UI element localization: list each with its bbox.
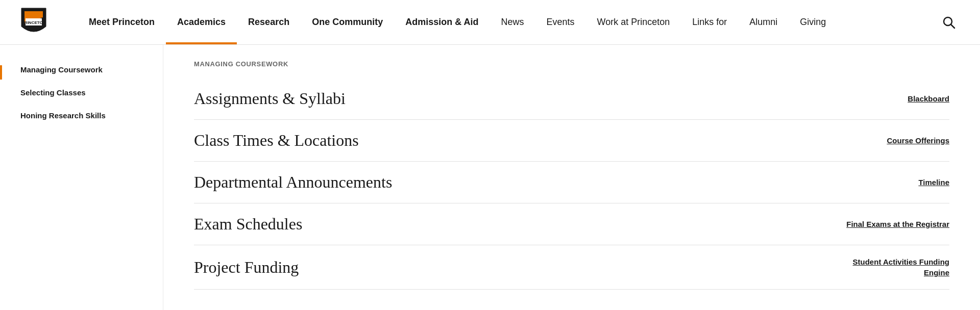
sidebar: Managing Coursework Selecting Classes Ho… xyxy=(0,45,163,310)
nav-item-giving[interactable]: Giving xyxy=(789,0,837,44)
final-exams-link[interactable]: Final Exams at the Registrar xyxy=(846,220,949,228)
menu-row-project-funding: Project Funding Student Activities Fundi… xyxy=(194,245,949,290)
mega-menu: Managing Coursework Selecting Classes Ho… xyxy=(0,45,980,310)
main-nav: Meet Princeton Academics Research One Co… xyxy=(78,0,938,44)
nav-item-admission-aid[interactable]: Admission & Aid xyxy=(394,0,489,44)
menu-row-exam-schedules: Exam Schedules Final Exams at the Regist… xyxy=(194,203,949,245)
active-indicator xyxy=(0,65,2,80)
menu-row-class-times: Class Times & Locations Course Offerings xyxy=(194,120,949,162)
assignments-title[interactable]: Assignments & Syllabi xyxy=(194,89,346,108)
site-header: PRINCETON Meet Princeton Academics Resea… xyxy=(0,0,980,45)
svg-text:PRINCETON: PRINCETON xyxy=(22,20,46,25)
nav-item-news[interactable]: News xyxy=(490,0,535,44)
nav-item-work-at-princeton[interactable]: Work at Princeton xyxy=(586,0,681,44)
logo-area[interactable]: PRINCETON xyxy=(20,7,47,38)
nav-item-alumni[interactable]: Alumni xyxy=(738,0,789,44)
blackboard-link[interactable]: Blackboard xyxy=(847,94,949,103)
nav-item-academics[interactable]: Academics xyxy=(166,0,237,44)
section-label: Managing Coursework xyxy=(194,60,949,68)
princeton-logo[interactable]: PRINCETON xyxy=(20,7,47,38)
departmental-title[interactable]: Departmental Announcements xyxy=(194,173,392,192)
menu-row-assignments: Assignments & Syllabi Blackboard xyxy=(194,78,949,120)
sidebar-item-honing-research-skills[interactable]: Honing Research Skills xyxy=(20,111,142,120)
class-times-title[interactable]: Class Times & Locations xyxy=(194,131,359,150)
timeline-link[interactable]: Timeline xyxy=(847,178,949,187)
nav-item-one-community[interactable]: One Community xyxy=(301,0,394,44)
course-offerings-link[interactable]: Course Offerings xyxy=(847,136,949,145)
nav-item-links-for[interactable]: Links for xyxy=(681,0,738,44)
exam-schedules-title[interactable]: Exam Schedules xyxy=(194,215,302,234)
nav-item-meet-princeton[interactable]: Meet Princeton xyxy=(78,0,166,44)
sidebar-item-selecting-classes[interactable]: Selecting Classes xyxy=(20,88,142,97)
nav-item-events[interactable]: Events xyxy=(535,0,586,44)
project-funding-title[interactable]: Project Funding xyxy=(194,258,299,277)
menu-row-departmental: Departmental Announcements Timeline xyxy=(194,162,949,203)
search-button[interactable] xyxy=(938,12,960,33)
student-activities-link[interactable]: Student Activities FundingEngine xyxy=(847,256,949,278)
sidebar-item-managing-coursework[interactable]: Managing Coursework xyxy=(20,65,142,74)
nav-item-research[interactable]: Research xyxy=(237,0,301,44)
svg-line-4 xyxy=(951,24,954,28)
main-content: Managing Coursework Assignments & Syllab… xyxy=(163,45,980,310)
